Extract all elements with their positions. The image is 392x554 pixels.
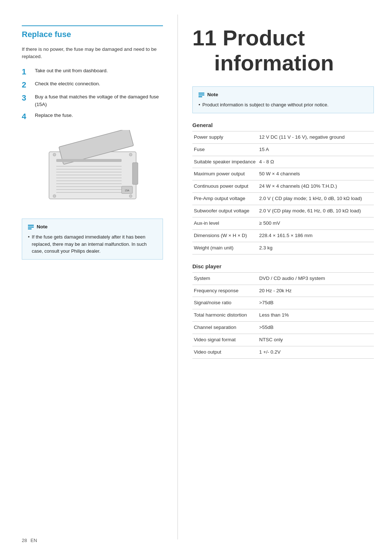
svg-point-17 <box>129 153 132 156</box>
note-icon-right <box>199 93 204 97</box>
table-row: Fuse15 A <box>192 143 374 156</box>
spec-label: Video signal format <box>192 334 258 346</box>
spec-value: 20 Hz - 20k Hz <box>258 285 374 297</box>
spec-value: 12 V DC (11 V - 16 V), negative ground <box>258 131 374 143</box>
spec-label: System <box>192 272 258 285</box>
table-row: Dimensions (W × H × D)228.4 × 161.5 × 18… <box>192 229 374 242</box>
spec-label: Total harmonic distortion <box>192 309 258 322</box>
chapter-title: 11 Product information <box>192 25 374 76</box>
table-row: Signal/noise ratio>75dB <box>192 297 374 309</box>
svg-point-16 <box>53 153 56 156</box>
left-column: Replace fuse If there is no power, the f… <box>0 15 178 539</box>
table-row: Weight (main unit)2.3 kg <box>192 242 374 254</box>
step-item: 3Buy a fuse that matches the voltage of … <box>22 93 163 108</box>
spec-label: Aux-in level <box>192 217 258 229</box>
disc-spec-table: SystemDVD / CD audio / MP3 systemFrequen… <box>192 272 374 359</box>
right-note-header: Note <box>199 91 368 98</box>
spec-value: 24 W × 4 channels (4Ω 10% T.H.D.) <box>258 180 374 193</box>
svg-point-19 <box>129 195 132 197</box>
spec-value: 50 W × 4 channels <box>258 168 374 180</box>
spec-value: >55dB <box>258 322 374 334</box>
spec-value: DVD / CD audio / MP3 system <box>258 272 374 285</box>
right-note-text: Product information is subject to change… <box>199 101 368 109</box>
step-item: 4Replace the fuse. <box>22 112 163 121</box>
step-text: Check the electric connection. <box>35 80 100 87</box>
table-row: Total harmonic distortionLess than 1% <box>192 309 374 322</box>
table-row: Pre-Amp output voltage2.0 V ( CD play mo… <box>192 193 374 205</box>
spec-value: >75dB <box>258 297 374 309</box>
spec-value: NTSC only <box>258 334 374 346</box>
svg-text:15A: 15A <box>124 189 129 192</box>
left-note-label: Note <box>37 223 48 231</box>
step-text: Replace the fuse. <box>35 112 73 119</box>
spec-label: Subwoofer output voltage <box>192 205 258 217</box>
spec-label: Channel separation <box>192 322 258 334</box>
right-note-label: Note <box>207 91 218 98</box>
svg-rect-2 <box>56 159 122 162</box>
table-row: Video signal formatNTSC only <box>192 334 374 346</box>
step-item: 1Take out the unit from dashboard. <box>22 67 163 77</box>
chapter-num: 11 <box>192 26 217 50</box>
step-num: 1 <box>22 67 32 77</box>
right-column: 11 Product information Note Product info… <box>178 15 392 539</box>
table-row: Suitable speaker impedance4 - 8 Ω <box>192 156 374 168</box>
table-row: SystemDVD / CD audio / MP3 system <box>192 272 374 285</box>
step-text: Buy a fuse that matches the voltage of t… <box>35 93 163 108</box>
page-footer: 28 EN <box>22 538 37 543</box>
device-image: 15A <box>38 130 147 210</box>
spec-label: Continuous power output <box>192 180 258 193</box>
spec-label: Suitable speaker impedance <box>192 156 258 168</box>
spec-label: Maximum power output <box>192 168 258 180</box>
spec-label: Fuse <box>192 143 258 156</box>
svg-point-18 <box>53 195 56 197</box>
left-note-text: If the fuse gets damaged immediately aft… <box>28 233 157 255</box>
spec-value: 15 A <box>258 143 374 156</box>
disc-section-title: Disc player <box>192 263 374 269</box>
table-row: Continuous power output24 W × 4 channels… <box>192 180 374 193</box>
table-row: Power supply12 V DC (11 V - 16 V), negat… <box>192 131 374 143</box>
step-item: 2Check the electric connection. <box>22 80 163 90</box>
spec-value: Less than 1% <box>258 309 374 322</box>
table-row: Frequency response20 Hz - 20k Hz <box>192 285 374 297</box>
svg-rect-15 <box>132 163 138 184</box>
spec-value: 2.0 V (CD play mode, 61 Hz, 0 dB, 10 kΩ … <box>258 205 374 217</box>
step-num: 2 <box>22 80 32 90</box>
spec-label: Weight (main unit) <box>192 242 258 254</box>
table-row: Subwoofer output voltage2.0 V (CD play m… <box>192 205 374 217</box>
table-row: Aux-in level≥ 500 mV <box>192 217 374 229</box>
step-text: Take out the unit from dashboard. <box>35 67 108 74</box>
left-note-header: Note <box>28 223 157 231</box>
general-section-title: General <box>192 122 374 128</box>
chapter-title-line2: information <box>192 51 334 75</box>
spec-label: Power supply <box>192 131 258 143</box>
general-spec-table: Power supply12 V DC (11 V - 16 V), negat… <box>192 131 374 254</box>
chapter-title-line1: Product <box>222 26 305 50</box>
step-num: 4 <box>22 112 32 121</box>
note-icon-left <box>28 225 34 229</box>
spec-label: Pre-Amp output voltage <box>192 193 258 205</box>
spec-label: Dimensions (W × H × D) <box>192 229 258 242</box>
spec-value: 2.0 V ( CD play mode; 1 kHz, 0 dB, 10 kΩ… <box>258 193 374 205</box>
table-row: Channel separation>55dB <box>192 322 374 334</box>
spec-label: Video output <box>192 346 258 359</box>
spec-value: 1 +/- 0.2V <box>258 346 374 359</box>
step-num: 3 <box>22 93 32 103</box>
steps-list: 1Take out the unit from dashboard.2Check… <box>22 67 163 122</box>
spec-value: 228.4 × 161.5 × 186 mm <box>258 229 374 242</box>
table-row: Video output1 +/- 0.2V <box>192 346 374 359</box>
spec-value: ≥ 500 mV <box>258 217 374 229</box>
table-row: Maximum power output50 W × 4 channels <box>192 168 374 180</box>
spec-label: Frequency response <box>192 285 258 297</box>
left-note-box: Note If the fuse gets damaged immediatel… <box>22 219 163 260</box>
intro-text: If there is no power, the fuse may be da… <box>22 46 163 61</box>
spec-value: 4 - 8 Ω <box>258 156 374 168</box>
page-number: 28 <box>22 538 27 543</box>
right-note-box: Note Product information is subject to c… <box>192 86 374 113</box>
spec-label: Signal/noise ratio <box>192 297 258 309</box>
page-lang: EN <box>30 538 37 543</box>
replace-fuse-title: Replace fuse <box>22 25 163 39</box>
spec-value: 2.3 kg <box>258 242 374 254</box>
